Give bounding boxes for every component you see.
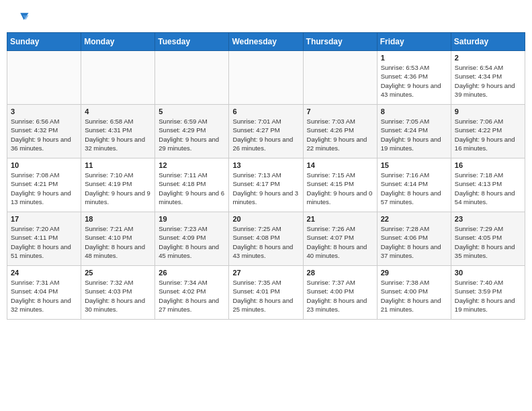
day-number: 27 bbox=[232, 269, 300, 277]
day-info: Sunrise: 7:28 AM Sunset: 4:06 PM Dayligh… bbox=[381, 224, 448, 260]
day-number: 23 bbox=[455, 215, 522, 223]
day-info: Sunrise: 6:54 AM Sunset: 4:34 PM Dayligh… bbox=[455, 63, 522, 99]
day-number: 11 bbox=[85, 161, 152, 169]
calendar-cell: 24Sunrise: 7:31 AM Sunset: 4:04 PM Dayli… bbox=[7, 266, 81, 320]
day-info: Sunrise: 7:08 AM Sunset: 4:21 PM Dayligh… bbox=[11, 171, 78, 206]
day-number: 28 bbox=[307, 269, 374, 277]
calendar-cell: 2Sunrise: 6:54 AM Sunset: 4:34 PM Daylig… bbox=[451, 51, 525, 105]
calendar-cell: 30Sunrise: 7:40 AM Sunset: 3:59 PM Dayli… bbox=[451, 266, 525, 320]
day-info: Sunrise: 7:31 AM Sunset: 4:04 PM Dayligh… bbox=[11, 278, 78, 314]
weekday-header-monday: Monday bbox=[81, 33, 155, 51]
calendar-week-5: 24Sunrise: 7:31 AM Sunset: 4:04 PM Dayli… bbox=[7, 266, 525, 320]
day-number: 26 bbox=[159, 269, 226, 277]
calendar-cell: 9Sunrise: 7:06 AM Sunset: 4:22 PM Daylig… bbox=[451, 105, 525, 158]
day-info: Sunrise: 7:06 AM Sunset: 4:22 PM Dayligh… bbox=[455, 117, 522, 152]
calendar-cell: 17Sunrise: 7:20 AM Sunset: 4:11 PM Dayli… bbox=[7, 212, 81, 266]
calendar-week-2: 3Sunrise: 6:56 AM Sunset: 4:32 PM Daylig… bbox=[7, 105, 525, 158]
day-number: 30 bbox=[455, 269, 522, 277]
day-number: 10 bbox=[11, 161, 78, 169]
day-number: 14 bbox=[307, 161, 374, 169]
day-info: Sunrise: 7:34 AM Sunset: 4:02 PM Dayligh… bbox=[159, 278, 226, 314]
day-info: Sunrise: 7:01 AM Sunset: 4:27 PM Dayligh… bbox=[232, 117, 300, 152]
calendar-week-4: 17Sunrise: 7:20 AM Sunset: 4:11 PM Dayli… bbox=[7, 212, 525, 266]
calendar-cell: 6Sunrise: 7:01 AM Sunset: 4:27 PM Daylig… bbox=[229, 105, 303, 158]
day-number: 29 bbox=[381, 269, 448, 277]
day-number: 3 bbox=[11, 107, 78, 116]
calendar-cell: 23Sunrise: 7:29 AM Sunset: 4:05 PM Dayli… bbox=[451, 212, 525, 266]
calendar-cell: 25Sunrise: 7:32 AM Sunset: 4:03 PM Dayli… bbox=[81, 266, 155, 320]
day-info: Sunrise: 6:56 AM Sunset: 4:32 PM Dayligh… bbox=[11, 117, 78, 152]
calendar-header: SundayMondayTuesdayWednesdayThursdayFrid… bbox=[7, 33, 525, 51]
calendar-cell: 21Sunrise: 7:26 AM Sunset: 4:07 PM Dayli… bbox=[303, 212, 377, 266]
day-info: Sunrise: 7:05 AM Sunset: 4:24 PM Dayligh… bbox=[381, 117, 448, 152]
day-number: 22 bbox=[381, 215, 448, 223]
logo bbox=[12, 9, 34, 28]
calendar-cell: 20Sunrise: 7:25 AM Sunset: 4:08 PM Dayli… bbox=[229, 212, 303, 266]
day-number: 1 bbox=[381, 54, 448, 62]
day-number: 5 bbox=[159, 107, 226, 116]
day-number: 18 bbox=[85, 215, 152, 223]
calendar-cell bbox=[81, 51, 155, 105]
day-number: 9 bbox=[455, 107, 522, 116]
calendar-cell: 22Sunrise: 7:28 AM Sunset: 4:06 PM Dayli… bbox=[377, 212, 451, 266]
calendar-cell: 28Sunrise: 7:37 AM Sunset: 4:00 PM Dayli… bbox=[303, 266, 377, 320]
day-info: Sunrise: 7:25 AM Sunset: 4:08 PM Dayligh… bbox=[232, 224, 300, 260]
day-info: Sunrise: 7:38 AM Sunset: 4:00 PM Dayligh… bbox=[381, 278, 448, 314]
calendar-cell: 7Sunrise: 7:03 AM Sunset: 4:26 PM Daylig… bbox=[303, 105, 377, 158]
calendar-cell: 16Sunrise: 7:18 AM Sunset: 4:13 PM Dayli… bbox=[451, 158, 525, 212]
calendar-cell: 1Sunrise: 6:53 AM Sunset: 4:36 PM Daylig… bbox=[377, 51, 451, 105]
day-info: Sunrise: 7:13 AM Sunset: 4:17 PM Dayligh… bbox=[232, 171, 300, 206]
day-info: Sunrise: 7:10 AM Sunset: 4:19 PM Dayligh… bbox=[85, 171, 152, 206]
calendar-cell bbox=[229, 51, 303, 105]
calendar-cell bbox=[303, 51, 377, 105]
calendar-cell: 3Sunrise: 6:56 AM Sunset: 4:32 PM Daylig… bbox=[7, 105, 81, 158]
calendar-week-3: 10Sunrise: 7:08 AM Sunset: 4:21 PM Dayli… bbox=[7, 158, 525, 212]
calendar-cell: 26Sunrise: 7:34 AM Sunset: 4:02 PM Dayli… bbox=[155, 266, 229, 320]
day-number: 4 bbox=[85, 107, 152, 116]
calendar-table: SundayMondayTuesdayWednesdayThursdayFrid… bbox=[7, 32, 525, 320]
day-info: Sunrise: 6:53 AM Sunset: 4:36 PM Dayligh… bbox=[381, 63, 448, 99]
day-number: 24 bbox=[11, 269, 78, 277]
day-info: Sunrise: 6:58 AM Sunset: 4:31 PM Dayligh… bbox=[85, 117, 152, 152]
day-info: Sunrise: 7:16 AM Sunset: 4:14 PM Dayligh… bbox=[381, 171, 448, 206]
calendar-cell: 18Sunrise: 7:21 AM Sunset: 4:10 PM Dayli… bbox=[81, 212, 155, 266]
day-info: Sunrise: 7:23 AM Sunset: 4:09 PM Dayligh… bbox=[159, 224, 226, 260]
logo-icon bbox=[12, 9, 31, 28]
day-number: 12 bbox=[159, 161, 226, 169]
day-number: 20 bbox=[232, 215, 300, 223]
day-info: Sunrise: 7:21 AM Sunset: 4:10 PM Dayligh… bbox=[85, 224, 152, 260]
day-info: Sunrise: 6:59 AM Sunset: 4:29 PM Dayligh… bbox=[159, 117, 226, 152]
calendar-cell: 4Sunrise: 6:58 AM Sunset: 4:31 PM Daylig… bbox=[81, 105, 155, 158]
day-number: 15 bbox=[381, 161, 448, 169]
day-number: 7 bbox=[307, 107, 374, 116]
calendar-cell: 14Sunrise: 7:15 AM Sunset: 4:15 PM Dayli… bbox=[303, 158, 377, 212]
calendar-cell: 10Sunrise: 7:08 AM Sunset: 4:21 PM Dayli… bbox=[7, 158, 81, 212]
calendar-cell: 13Sunrise: 7:13 AM Sunset: 4:17 PM Dayli… bbox=[229, 158, 303, 212]
calendar-cell: 12Sunrise: 7:11 AM Sunset: 4:18 PM Dayli… bbox=[155, 158, 229, 212]
weekday-header-thursday: Thursday bbox=[303, 33, 377, 51]
day-info: Sunrise: 7:26 AM Sunset: 4:07 PM Dayligh… bbox=[307, 224, 374, 260]
day-info: Sunrise: 7:18 AM Sunset: 4:13 PM Dayligh… bbox=[455, 171, 522, 206]
day-number: 17 bbox=[11, 215, 78, 223]
calendar-cell: 27Sunrise: 7:35 AM Sunset: 4:01 PM Dayli… bbox=[229, 266, 303, 320]
day-info: Sunrise: 7:03 AM Sunset: 4:26 PM Dayligh… bbox=[307, 117, 374, 152]
day-number: 8 bbox=[381, 107, 448, 116]
day-info: Sunrise: 7:11 AM Sunset: 4:18 PM Dayligh… bbox=[159, 171, 226, 206]
calendar-cell: 19Sunrise: 7:23 AM Sunset: 4:09 PM Dayli… bbox=[155, 212, 229, 266]
calendar-container: SundayMondayTuesdayWednesdayThursdayFrid… bbox=[0, 32, 532, 326]
calendar-cell: 15Sunrise: 7:16 AM Sunset: 4:14 PM Dayli… bbox=[377, 158, 451, 212]
calendar-cell: 11Sunrise: 7:10 AM Sunset: 4:19 PM Dayli… bbox=[81, 158, 155, 212]
day-info: Sunrise: 7:15 AM Sunset: 4:15 PM Dayligh… bbox=[307, 171, 374, 206]
weekday-header-tuesday: Tuesday bbox=[155, 33, 229, 51]
day-info: Sunrise: 7:40 AM Sunset: 3:59 PM Dayligh… bbox=[455, 278, 522, 314]
day-info: Sunrise: 7:37 AM Sunset: 4:00 PM Dayligh… bbox=[307, 278, 374, 314]
calendar-cell: 29Sunrise: 7:38 AM Sunset: 4:00 PM Dayli… bbox=[377, 266, 451, 320]
page-header bbox=[0, 0, 532, 32]
day-number: 25 bbox=[85, 269, 152, 277]
weekday-header-friday: Friday bbox=[377, 33, 451, 51]
day-number: 2 bbox=[455, 54, 522, 62]
day-info: Sunrise: 7:29 AM Sunset: 4:05 PM Dayligh… bbox=[455, 224, 522, 260]
day-number: 13 bbox=[232, 161, 300, 169]
calendar-week-1: 1Sunrise: 6:53 AM Sunset: 4:36 PM Daylig… bbox=[7, 51, 525, 105]
day-number: 6 bbox=[232, 107, 300, 116]
